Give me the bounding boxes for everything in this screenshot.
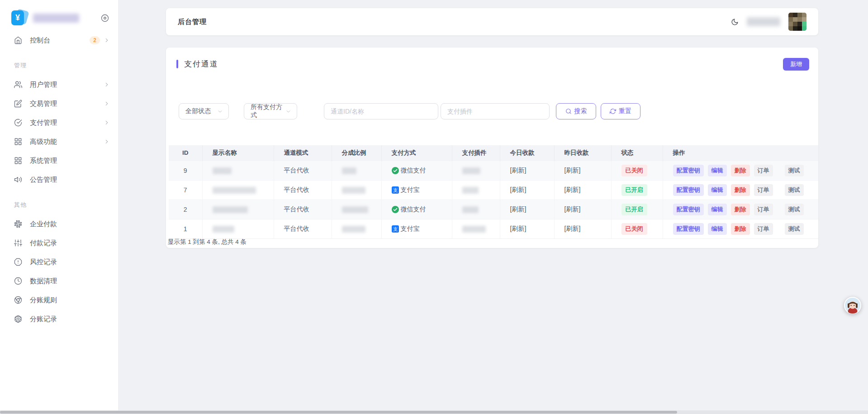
alipay-icon: 支	[392, 186, 399, 194]
chevron-right-icon	[104, 37, 110, 43]
add-button[interactable]: 新增	[783, 58, 809, 71]
channels-table: ID 显示名称 通道模式 分成比例 支付方式 支付插件 今日收款 昨日收款 状态…	[169, 145, 818, 239]
action-edit[interactable]: 编辑	[708, 204, 727, 215]
action-orders[interactable]: 订单	[754, 223, 773, 235]
sidebar-item-risk-records[interactable]: 风控记录	[0, 252, 118, 271]
sidebar-item-label: 交易管理	[30, 100, 57, 108]
action-delete[interactable]: 删除	[731, 165, 750, 176]
action-delete[interactable]: 删除	[731, 223, 750, 235]
sidebar-item-label: 企业付款	[30, 220, 57, 228]
refresh-yesterday-link[interactable]: [刷新]	[564, 225, 581, 232]
action-delete[interactable]: 删除	[731, 184, 750, 196]
speaker-icon	[14, 176, 22, 184]
status-badge: 已关闭	[621, 165, 647, 176]
action-edit[interactable]: 编辑	[708, 223, 727, 235]
search-button[interactable]: 搜索	[556, 103, 596, 119]
blurred-text	[213, 187, 256, 194]
refresh-yesterday-link[interactable]: [刷新]	[564, 167, 581, 174]
refresh-yesterday-link[interactable]: [刷新]	[564, 186, 581, 193]
status-select-value: 全部状态	[185, 107, 211, 115]
moon-dark-mode-icon[interactable]	[731, 18, 739, 26]
action-edit[interactable]: 编辑	[708, 165, 727, 176]
action-test[interactable]: 测试	[785, 223, 804, 235]
action-orders[interactable]: 订单	[754, 165, 773, 176]
col-header-display-name: 显示名称	[202, 145, 274, 161]
action-configure-key[interactable]: 配置密钥	[673, 204, 704, 215]
sidebar-item-enterprise-payment[interactable]: 企业付款	[0, 214, 118, 233]
wechat-pay-icon	[392, 206, 399, 213]
disc-collapse-icon[interactable]	[101, 14, 109, 22]
panel-title: 支付通道	[184, 59, 218, 69]
refresh-today-link[interactable]: [刷新]	[510, 225, 526, 232]
search-icon	[565, 108, 572, 114]
sidebar-item-label: 高级功能	[30, 138, 57, 146]
clock-icon	[14, 277, 22, 285]
chevron-right-icon	[104, 81, 110, 88]
slack-icon	[14, 220, 22, 228]
blurred-text	[342, 206, 368, 213]
page-title: 后台管理	[178, 18, 207, 26]
action-configure-key[interactable]: 配置密钥	[673, 184, 704, 196]
col-header-id: ID	[169, 145, 202, 161]
col-header-today-income: 今日收款	[500, 145, 554, 161]
sidebar-item-console[interactable]: 控制台 2	[0, 31, 118, 50]
wechat-pay-icon	[392, 167, 399, 174]
svg-text:支: 支	[393, 226, 398, 232]
avatar[interactable]	[788, 13, 806, 31]
method-select-value: 所有支付方式	[251, 103, 284, 119]
chevron-down-icon	[285, 109, 291, 114]
payment-method-select[interactable]: 所有支付方式	[244, 103, 297, 119]
blurred-text	[342, 167, 356, 174]
plugin-input[interactable]	[441, 103, 550, 119]
action-delete[interactable]: 删除	[731, 204, 750, 215]
table-row: 2 平台代收 微信支付 [刷新] [刷新] 已开启 配置密钥编辑删除订单测试	[169, 200, 818, 219]
action-test[interactable]: 测试	[785, 165, 804, 176]
status-select[interactable]: 全部状态	[179, 103, 229, 119]
sidebar-item-advanced-features[interactable]: 高级功能	[0, 132, 118, 151]
floating-assistant-avatar[interactable]	[844, 297, 861, 314]
alipay-icon: 支	[392, 225, 399, 233]
blurred-text	[462, 206, 479, 213]
payment-channel-panel: 支付通道 新增 全部状态 所有支付方式 搜索 重置 ID 显示名称 通道模式 分…	[166, 48, 818, 248]
refresh-today-link[interactable]: [刷新]	[510, 167, 526, 174]
status-badge: 已关闭	[621, 223, 647, 235]
sidebar-item-label: 系统管理	[30, 157, 57, 165]
sidebar-item-split-rules[interactable]: 分账规则	[0, 290, 118, 309]
sidebar-item-split-records[interactable]: 分账记录	[0, 309, 118, 328]
table-row: 9 平台代收 微信支付 [刷新] [刷新] 已关闭 配置密钥编辑删除订单测试	[169, 161, 818, 180]
blurred-text	[462, 187, 479, 194]
sidebar-logo-row: ¥	[0, 0, 118, 26]
sidebar-item-data-cleanup[interactable]: 数据清理	[0, 271, 118, 290]
action-configure-key[interactable]: 配置密钥	[673, 223, 704, 235]
horizontal-scrollbar-thumb[interactable]	[0, 411, 677, 414]
action-edit[interactable]: 编辑	[708, 184, 727, 196]
reset-button[interactable]: 重置	[601, 103, 640, 119]
sidebar-item-system-management[interactable]: 系统管理	[0, 151, 118, 170]
refresh-today-link[interactable]: [刷新]	[510, 205, 526, 213]
refresh-today-link[interactable]: [刷新]	[510, 186, 526, 193]
action-orders[interactable]: 订单	[754, 184, 773, 196]
blurred-text	[213, 206, 248, 213]
sidebar-item-payment-records[interactable]: 付款记录	[0, 233, 118, 252]
sidebar-item-payment-management[interactable]: 支付管理	[0, 113, 118, 132]
home-icon	[14, 36, 22, 44]
action-configure-key[interactable]: 配置密钥	[673, 165, 704, 176]
sidebar-item-label: 分账记录	[30, 315, 57, 324]
action-test[interactable]: 测试	[785, 184, 804, 196]
sidebar-item-announcement-management[interactable]: 公告管理	[0, 170, 118, 189]
refresh-yesterday-link[interactable]: [刷新]	[564, 205, 581, 213]
channel-id-input[interactable]	[324, 103, 438, 119]
sidebar-item-trade-management[interactable]: 交易管理	[0, 94, 118, 113]
codesandbox-icon	[14, 315, 22, 323]
table-row: 1 平台代收 支支付宝 [刷新] [刷新] 已关闭 配置密钥编辑删除订单测试	[169, 219, 818, 238]
sidebar-item-user-management[interactable]: 用户管理	[0, 75, 118, 94]
action-orders[interactable]: 订单	[754, 204, 773, 215]
check-circle-icon	[14, 119, 22, 127]
action-test[interactable]: 测试	[785, 204, 804, 215]
status-badge: 已开启	[621, 204, 647, 215]
app-logo-icon: ¥	[11, 10, 27, 26]
sidebar-item-label: 数据清理	[30, 277, 57, 286]
sidebar: ¥ 控制台 2 管理 用户管理 交易管理 支付管理 高级功能 系统管理 公告管理	[0, 0, 118, 414]
chevron-down-icon	[217, 109, 223, 114]
blurred-brand-name	[33, 14, 79, 23]
